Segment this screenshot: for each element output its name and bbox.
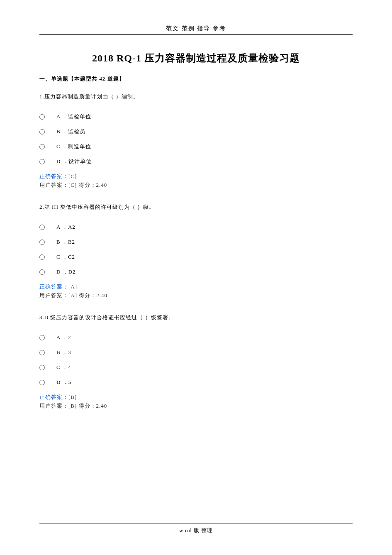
question-text: 2.第 III 类低中压容器的许可级别为（ ）级。 [39, 203, 353, 211]
correct-answer: 正确答案：[A] [39, 283, 353, 291]
option-row: C ．C2 [39, 253, 353, 261]
option-label: A ．2 [56, 334, 71, 341]
user-answer: 用户答案：[B] 得分：2.40 [39, 402, 353, 410]
radio-icon[interactable] [39, 254, 45, 260]
correct-answer: 正确答案：[C] [39, 173, 353, 180]
option-label: D ．5 [56, 379, 71, 386]
option-label: A ．监检单位 [56, 113, 91, 120]
option-row: D ．D2 [39, 268, 353, 276]
option-label: B ．3 [56, 349, 71, 356]
option-row: B ．B2 [39, 238, 353, 246]
option-label: A ．A2 [56, 223, 75, 231]
page-footer-container: word 版 整理 [0, 523, 392, 534]
radio-icon[interactable] [39, 240, 45, 245]
page-header: 范文 范例 指导 参考 [39, 25, 353, 32]
option-row: B ．监检员 [39, 128, 353, 135]
question-text: 3.D 级压力容器的设计合格证书应经过（ ）级签署。 [39, 314, 353, 321]
radio-icon[interactable] [39, 225, 45, 230]
option-label: C ．制造单位 [56, 143, 91, 150]
question-block: 3.D 级压力容器的设计合格证书应经过（ ）级签署。 A ．2 B ．3 C ．… [39, 314, 353, 410]
radio-icon[interactable] [39, 144, 45, 149]
option-row: A ．2 [39, 334, 353, 341]
option-row: D ．设计单位 [39, 158, 353, 165]
option-row: A ．A2 [39, 223, 353, 231]
correct-answer: 正确答案：[B] [39, 394, 353, 401]
option-label: D ．D2 [56, 268, 76, 276]
question-block: 1.压力容器制造质量计划由（ ）编制。 A ．监检单位 B ．监检员 C ．制造… [39, 93, 353, 189]
user-answer: 用户答案：[A] 得分：2.40 [39, 292, 353, 299]
option-row: C ．制造单位 [39, 143, 353, 150]
option-label: C ．4 [56, 364, 71, 371]
radio-icon[interactable] [39, 129, 45, 134]
header-divider [39, 34, 353, 35]
document-title: 2018 RQ-1 压力容器制造过程及质量检验习题 [39, 51, 353, 65]
radio-icon[interactable] [39, 159, 45, 164]
option-row: C ．4 [39, 364, 353, 371]
radio-icon[interactable] [39, 365, 45, 370]
radio-icon[interactable] [39, 335, 45, 340]
option-label: C ．C2 [56, 253, 75, 261]
option-label: B ．监检员 [56, 128, 85, 135]
option-label: B ．B2 [56, 238, 75, 246]
question-block: 2.第 III 类低中压容器的许可级别为（ ）级。 A ．A2 B ．B2 C … [39, 203, 353, 299]
question-text: 1.压力容器制造质量计划由（ ）编制。 [39, 93, 353, 100]
option-row: D ．5 [39, 379, 353, 386]
option-row: B ．3 [39, 349, 353, 356]
radio-icon[interactable] [39, 380, 45, 385]
option-label: D ．设计单位 [56, 158, 92, 165]
radio-icon[interactable] [39, 350, 45, 355]
radio-icon[interactable] [39, 269, 45, 275]
user-answer: 用户答案：[C] 得分：2.40 [39, 181, 353, 189]
option-row: A ．监检单位 [39, 113, 353, 120]
page-footer: word 版 整理 [0, 527, 392, 534]
footer-divider [39, 523, 353, 523]
section-header: 一、单选题【本题型共 42 道题】 [39, 75, 353, 83]
radio-icon[interactable] [39, 114, 45, 120]
